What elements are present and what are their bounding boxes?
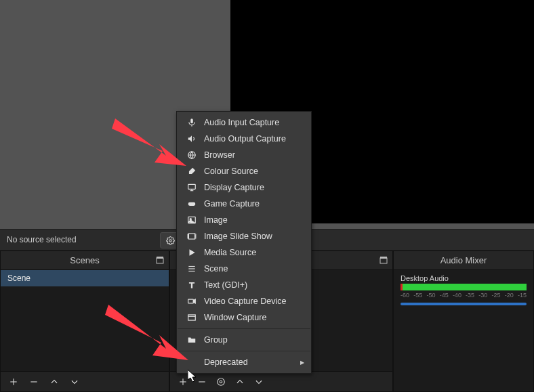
menu-item-label: Group [204,335,228,345]
svg-rect-16 [188,184,195,189]
audio-scale: -60 -55 -50 -45 -40 -35 -30 -25 -20 -15 [400,292,527,299]
svg-rect-31 [188,315,195,320]
source-properties-button[interactable] [215,376,227,388]
menu-window-capture[interactable]: Window Capture [177,309,311,326]
svg-rect-6 [380,258,387,263]
gamepad-icon [186,199,197,209]
monitor-icon [186,183,197,193]
menu-image[interactable]: Image [177,212,311,228]
move-scene-down-button[interactable] [68,376,81,388]
audio-mixer-panel: Audio Mixer Desktop Audio -60 -55 -50 -4… [393,251,534,392]
scenes-title: Scenes [70,255,99,265]
scale-tick: -45 [440,292,449,299]
mixer-body: Desktop Audio -60 -55 -50 -45 -40 -35 -3… [394,270,533,391]
add-scene-button[interactable] [7,376,20,388]
move-scene-up-button[interactable] [48,376,60,388]
menu-item-label: Scene [204,264,228,274]
text-icon [186,280,197,290]
scale-tick: -30 [478,292,487,299]
svg-rect-19 [188,202,195,206]
svg-marker-25 [189,249,194,255]
scale-tick: -55 [413,292,422,299]
dock-icon[interactable] [379,255,388,265]
no-source-label: No source selected [7,235,77,244]
add-source-context-menu: Audio Input Capture Audio Output Capture… [176,111,312,374]
menu-audio-output-capture[interactable]: Audio Output Capture [177,131,311,147]
window-icon [186,313,197,323]
svg-rect-23 [188,234,188,238]
svg-point-11 [220,380,222,383]
sources-toolbar [170,371,392,391]
mixer-track-label: Desktop Audio [400,274,527,282]
remove-scene-button[interactable] [28,376,40,388]
mic-icon [186,118,197,128]
menu-item-label: Image Slide Show [204,232,272,241]
menu-item-label: Text (GDI+) [204,280,247,290]
menu-game-capture[interactable]: Game Capture [177,196,311,212]
menu-audio-input-capture[interactable]: Audio Input Capture [177,114,311,131]
svg-point-12 [218,378,225,385]
menu-item-label: Display Capture [204,183,264,192]
menu-item-label: Game Capture [204,199,260,209]
move-source-down-button[interactable] [253,376,265,388]
image-icon [186,215,197,225]
gear-icon [166,236,175,245]
audio-meter [400,284,527,290]
menu-image-slide-show[interactable]: Image Slide Show [177,228,311,244]
list-icon [186,264,197,274]
camera-icon [186,297,197,307]
menu-item-label: Audio Input Capture [204,118,279,127]
menu-item-label: Image [204,215,228,225]
menu-video-capture-device[interactable]: Video Capture Device [177,293,311,309]
menu-separator [178,351,310,351]
move-source-up-button[interactable] [234,376,246,388]
remove-source-button[interactable] [196,376,208,388]
menu-text-gdi[interactable]: Text (GDI+) [177,277,311,293]
play-icon [186,248,197,258]
scene-item-label: Scene [7,274,30,283]
menu-scene[interactable]: Scene [177,261,311,277]
menu-separator [178,328,310,329]
menu-deprecated[interactable]: Deprecated [177,354,311,370]
scenes-list[interactable]: Scene [1,270,169,371]
scale-tick: -50 [426,292,435,299]
speaker-icon [186,134,197,144]
scale-tick: -20 [505,292,514,299]
menu-browser[interactable]: Browser [177,147,311,163]
mixer-title: Audio Mixer [440,255,487,265]
scale-tick: -60 [400,292,409,299]
svg-rect-7 [380,257,387,259]
menu-media-source[interactable]: Media Source [177,244,311,261]
dock-icon[interactable] [155,255,165,265]
globe-icon [186,150,197,160]
svg-rect-29 [188,299,193,303]
menu-colour-source[interactable]: Colour Source [177,163,311,179]
menu-item-label: Colour Source [204,167,258,176]
svg-rect-24 [194,234,195,238]
folder-icon [186,335,197,345]
brush-icon [186,167,197,177]
scale-tick: -25 [492,292,501,299]
add-source-button[interactable] [177,376,189,388]
scenes-panel: Scenes Scene [0,251,169,392]
menu-group[interactable]: Group [177,332,311,348]
svg-marker-14 [188,135,191,141]
menu-item-label: Deprecated [204,357,248,367]
menu-item-label: Browser [204,150,235,160]
svg-rect-22 [188,234,194,239]
menu-item-label: Media Source [204,248,256,257]
scale-tick: -40 [453,292,461,299]
scenes-toolbar [1,371,169,391]
slideshow-icon [186,232,197,242]
menu-item-label: Window Capture [204,313,266,322]
scale-tick: -35 [466,292,474,299]
menu-display-capture[interactable]: Display Capture [177,179,311,196]
volume-slider[interactable] [400,303,527,305]
svg-point-0 [169,239,171,241]
menu-item-label: Video Capture Device [204,297,286,306]
svg-marker-30 [193,299,195,303]
scene-item[interactable]: Scene [1,270,169,286]
scale-tick: -15 [518,292,527,299]
mixer-header: Audio Mixer [394,251,533,270]
scenes-header: Scenes [1,251,169,270]
